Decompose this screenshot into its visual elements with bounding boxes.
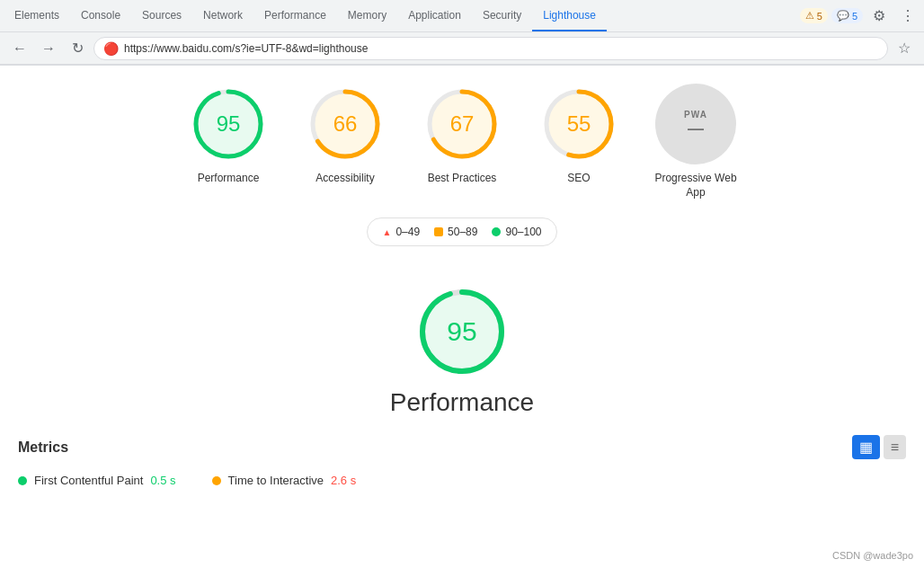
address-bar[interactable]: 🔴 https://www.baidu.com/s?ie=UTF-8&wd=li… — [93, 37, 888, 60]
more-button[interactable]: ⋮ — [895, 4, 920, 29]
insecure-icon: 🔴 — [103, 41, 119, 56]
fcp-name: First Contentful Paint — [34, 474, 143, 487]
scores-row: 95 Performance 66 Accessibility — [18, 84, 906, 200]
forward-button[interactable]: → — [36, 36, 61, 61]
settings-button[interactable]: ⚙ — [866, 4, 892, 29]
url-text: https://www.baidu.com/s?ie=UTF-8&wd=ligh… — [124, 42, 368, 55]
pwa-label: Progressive Web App — [651, 172, 741, 200]
performance-label: Performance — [198, 172, 260, 186]
legend-average-range: 50–89 — [448, 226, 477, 238]
legend-orange-icon — [434, 227, 443, 236]
score-card-performance: 95 Performance — [183, 84, 273, 186]
metric-tti: Time to Interactive 2.6 s — [212, 474, 357, 487]
gauge-best-practices: 67 — [422, 84, 502, 164]
tab-console[interactable]: Console — [70, 0, 131, 31]
tti-dot — [212, 476, 221, 485]
refresh-button[interactable]: ↻ — [65, 36, 90, 61]
score-card-seo: 55 SEO — [534, 84, 624, 186]
chat-icon: 💬 — [837, 10, 849, 22]
legend-good-range: 90–100 — [505, 226, 541, 238]
pwa-text: PWA — [684, 110, 707, 120]
warning-icon: ⚠ — [805, 10, 814, 22]
best-practices-score: 67 — [450, 111, 475, 137]
tab-memory[interactable]: Memory — [337, 0, 397, 31]
fcp-dot — [18, 476, 27, 485]
legend-good: 90–100 — [492, 226, 541, 238]
performance-score: 95 — [217, 111, 241, 137]
address-row: ← → ↻ 🔴 https://www.baidu.com/s?ie=UTF-8… — [0, 32, 924, 65]
big-score-section: 95 Performance — [0, 282, 924, 417]
tab-application[interactable]: Application — [397, 0, 472, 31]
accessibility-label: Accessibility — [315, 172, 374, 186]
bookmark-button[interactable]: ☆ — [892, 36, 917, 61]
back-button[interactable]: ← — [7, 36, 32, 61]
legend-bad-range: 0–49 — [395, 226, 420, 238]
score-card-pwa: PWA — Progressive Web App — [651, 84, 741, 200]
gauge-accessibility: 66 — [305, 84, 386, 164]
seo-score: 55 — [567, 111, 591, 137]
metrics-header: Metrics ▦ ≡ — [18, 435, 906, 459]
devtools-toolbar-icons: ⚠ 5 💬 5 ⚙ ⋮ — [800, 4, 920, 29]
metrics-row: First Contentful Paint 0.5 s Time to Int… — [18, 474, 906, 487]
seo-label: SEO — [567, 172, 590, 186]
gauge-seo: 55 — [538, 84, 619, 164]
pwa-dash: — — [688, 120, 704, 138]
pwa-icon: PWA — — [655, 84, 736, 164]
warning-count: 5 — [817, 11, 822, 22]
score-card-accessibility: 66 Accessibility — [300, 84, 390, 186]
best-practices-label: Best Practices — [428, 172, 497, 186]
gauge-performance: 95 — [188, 84, 269, 164]
fcp-value: 0.5 s — [150, 474, 175, 487]
legend-bad: ▲ 0–49 — [382, 226, 420, 238]
tti-value: 2.6 s — [331, 474, 356, 487]
legend: ▲ 0–49 50–89 90–100 — [367, 217, 556, 246]
big-score-label: Performance — [390, 388, 534, 417]
list-view-button[interactable]: ≡ — [884, 435, 906, 459]
devtools-tab-bar: Elements Console Sources Network Perform… — [0, 0, 924, 32]
warning-badge[interactable]: ⚠ 5 — [800, 8, 828, 23]
devtools-content: 95 Performance 66 Accessibility — [0, 66, 924, 537]
big-score-value: 95 — [447, 316, 476, 347]
metrics-title: Metrics — [18, 439, 68, 456]
score-card-best-practices: 67 Best Practices — [417, 84, 507, 186]
accessibility-score: 66 — [333, 111, 358, 137]
metric-fcp: First Contentful Paint 0.5 s — [18, 474, 176, 487]
legend-red-icon: ▲ — [382, 227, 391, 237]
legend-average: 50–89 — [434, 226, 477, 238]
tab-elements[interactable]: Elements — [4, 0, 70, 31]
big-gauge: 95 — [413, 282, 511, 381]
metrics-section: Metrics ▦ ≡ First Contentful Paint 0.5 s… — [0, 435, 924, 487]
tti-name: Time to Interactive — [228, 474, 324, 487]
tab-lighthouse[interactable]: Lighthouse — [532, 0, 607, 31]
grid-view-button[interactable]: ▦ — [852, 435, 880, 459]
legend-green-icon — [492, 227, 501, 236]
tab-sources[interactable]: Sources — [131, 0, 192, 31]
info-count: 5 — [852, 11, 857, 22]
tab-performance[interactable]: Performance — [253, 0, 337, 31]
tab-security[interactable]: Security — [472, 0, 532, 31]
lighthouse-panel: 95 Performance 66 Accessibility — [0, 66, 924, 282]
metrics-view-toggle: ▦ ≡ — [852, 435, 906, 459]
tab-network[interactable]: Network — [192, 0, 253, 31]
info-badge[interactable]: 💬 5 — [831, 8, 863, 23]
